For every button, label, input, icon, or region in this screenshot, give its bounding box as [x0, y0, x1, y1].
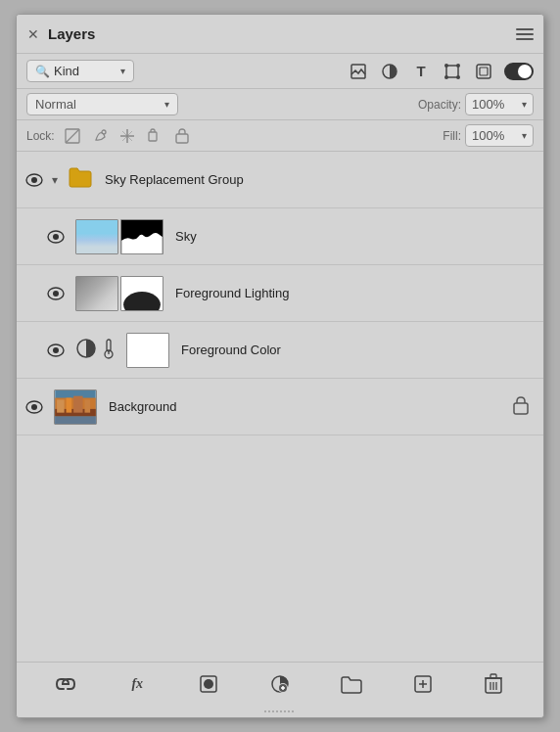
layer-row[interactable]: Sky [17, 208, 543, 265]
opacity-chevron-icon: ▾ [522, 99, 527, 110]
svg-point-24 [53, 291, 59, 297]
layer-row[interactable]: ▾ Sky Replacement Group [17, 152, 543, 208]
lock-bar: Lock: [17, 120, 543, 152]
lock-paint-icon[interactable] [90, 126, 110, 146]
layer-row[interactable]: Foreground Lighting [17, 265, 543, 322]
lock-all-icon[interactable] [172, 126, 192, 146]
fill-chevron-icon: ▾ [522, 130, 527, 141]
fx-button[interactable]: fx [123, 670, 151, 698]
add-mask-button[interactable] [195, 670, 222, 698]
kind-chevron-icon: ▾ [120, 66, 125, 76]
filter-smart-icon[interactable] [473, 61, 494, 82]
layer-name: Background [103, 399, 506, 414]
svg-point-34 [31, 404, 37, 410]
blend-mode-label: Normal [35, 97, 161, 112]
svg-rect-38 [57, 399, 65, 412]
adjustment-icons [75, 338, 117, 363]
svg-rect-57 [490, 674, 496, 678]
layer-content-thumb [54, 389, 97, 425]
svg-rect-40 [73, 395, 82, 412]
svg-rect-30 [107, 340, 111, 351]
title-bar-left: ✕ Layers [26, 25, 95, 42]
layer-name: Sky Replacement Group [99, 172, 536, 187]
fx-label: fx [131, 676, 143, 692]
layers-panel: ✕ Layers 🔍 Kind ▾ [16, 14, 544, 718]
layer-name: Foreground Color [175, 343, 536, 357]
panel-title: Layers [48, 25, 95, 42]
fill-group: Fill: 100% ▾ [443, 124, 534, 147]
visibility-icon[interactable] [46, 341, 66, 360]
new-group-button[interactable] [338, 670, 365, 698]
visibility-icon[interactable] [24, 170, 44, 190]
opacity-input[interactable]: 100% ▾ [465, 93, 534, 115]
layer-thumbnails [126, 333, 169, 368]
kind-dropdown[interactable]: 🔍 Kind ▾ [26, 60, 134, 82]
filter-toggle[interactable] [504, 63, 534, 80]
filter-type-icon[interactable]: T [410, 61, 432, 82]
visibility-icon[interactable] [46, 284, 66, 303]
layers-list: ▾ Sky Replacement Group [17, 152, 543, 662]
svg-point-4 [456, 64, 460, 68]
layer-name: Foreground Lighting [169, 286, 536, 300]
filter-shape-icon[interactable] [442, 61, 463, 82]
lock-position-icon[interactable] [117, 126, 137, 146]
filter-bar: 🔍 Kind ▾ T [17, 54, 543, 89]
blend-bar: Normal ▾ Opacity: 100% ▾ [17, 89, 543, 120]
filter-image-icon[interactable] [348, 61, 369, 82]
layer-lock-icon [512, 395, 536, 418]
resize-grip[interactable] [17, 706, 543, 717]
title-bar: ✕ Layers [17, 15, 543, 54]
svg-point-11 [102, 130, 106, 134]
fill-value: 100% [472, 128, 518, 143]
svg-point-3 [444, 64, 448, 68]
bottom-toolbar: fx [17, 662, 543, 706]
layer-content-thumb [75, 219, 118, 254]
delete-layer-button[interactable] [480, 670, 507, 698]
svg-line-10 [66, 129, 79, 143]
fill-input[interactable]: 100% ▾ [465, 124, 534, 147]
lock-transparency-icon[interactable] [63, 126, 82, 146]
fill-label: Fill: [443, 129, 461, 143]
opacity-label: Opacity: [418, 98, 461, 112]
opacity-group: Opacity: 100% ▾ [418, 93, 534, 115]
layer-row[interactable]: Background [17, 379, 543, 435]
layer-mask-thumb [120, 219, 163, 254]
lock-icons [63, 126, 192, 146]
svg-point-28 [53, 347, 59, 353]
svg-rect-17 [176, 134, 188, 143]
new-adjustment-button[interactable] [266, 670, 294, 698]
layer-thumbnails [75, 219, 163, 254]
blend-mode-dropdown[interactable]: Normal ▾ [26, 93, 178, 115]
panel-menu-icon[interactable] [516, 28, 534, 40]
visibility-icon[interactable] [46, 227, 66, 247]
lock-artboard-icon[interactable] [145, 126, 164, 146]
svg-rect-7 [477, 65, 490, 78]
layer-thumbnails [75, 276, 163, 311]
filter-icons: T [142, 61, 534, 82]
svg-point-6 [456, 75, 460, 79]
svg-point-19 [31, 177, 37, 183]
new-layer-button[interactable] [409, 670, 437, 698]
opacity-value: 100% [472, 97, 518, 112]
layer-mask-thumb [120, 276, 163, 311]
filter-adjustment-icon[interactable] [379, 61, 400, 82]
folder-icon [68, 166, 93, 193]
svg-point-46 [204, 679, 213, 689]
svg-rect-39 [67, 397, 72, 412]
svg-rect-8 [480, 68, 488, 75]
svg-rect-2 [446, 66, 458, 77]
lock-label: Lock: [26, 129, 55, 143]
visibility-icon[interactable] [24, 397, 44, 417]
layer-row[interactable]: Foreground Color [17, 322, 543, 379]
layer-thumbnails [54, 389, 97, 425]
svg-point-5 [444, 75, 448, 79]
svg-rect-43 [514, 403, 528, 414]
svg-rect-42 [55, 416, 96, 424]
svg-point-21 [53, 234, 59, 240]
close-icon[interactable]: ✕ [26, 27, 40, 41]
group-expand-icon[interactable]: ▾ [52, 173, 58, 187]
layer-name: Sky [169, 229, 536, 244]
layer-content-thumb [75, 276, 118, 311]
blend-mode-chevron-icon: ▾ [164, 99, 169, 110]
link-layers-button[interactable] [52, 670, 79, 698]
